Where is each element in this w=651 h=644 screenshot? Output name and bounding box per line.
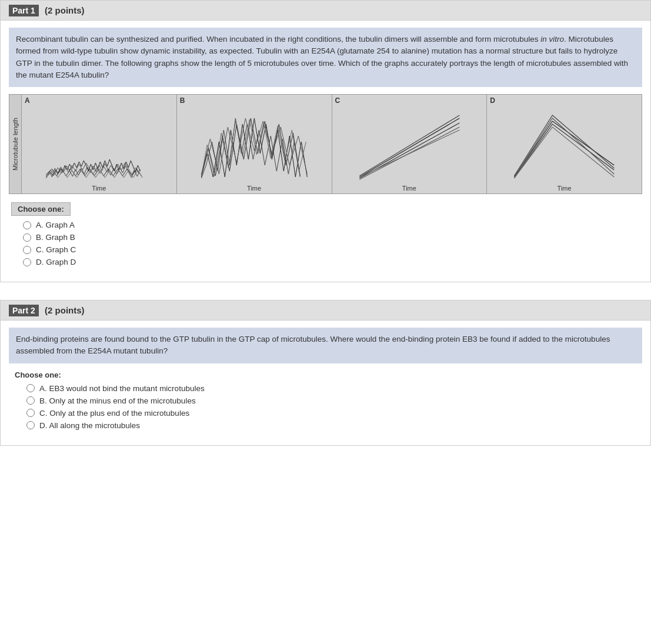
part2-points: (2 points) bbox=[45, 305, 85, 315]
part2-number: Part 2 bbox=[9, 305, 39, 316]
part1-radio-c[interactable] bbox=[23, 246, 31, 254]
graph-b-label: B bbox=[177, 95, 332, 106]
part1-radio-b[interactable] bbox=[23, 233, 31, 242]
part2-option-d[interactable]: D. All along the microtubules bbox=[26, 421, 642, 430]
graph-c-xlabel: Time bbox=[332, 185, 487, 192]
part2-radio-b[interactable] bbox=[26, 396, 35, 405]
part1-options: A. Graph A B. Graph B C. Graph C D. Grap… bbox=[11, 221, 642, 266]
part1-option-d[interactable]: D. Graph D bbox=[23, 258, 642, 266]
graph-d-xlabel: Time bbox=[487, 185, 642, 192]
part1-radio-d[interactable] bbox=[23, 258, 31, 266]
part2-question: End-binding proteins are found bound to … bbox=[16, 335, 610, 355]
part1-label-d: D. Graph D bbox=[36, 258, 76, 266]
graph-d-svg bbox=[487, 106, 642, 183]
part1-header-bar: Part 1 (2 points) bbox=[0, 0, 651, 21]
part2-label-a: A. EB3 would not bind the mutant microtu… bbox=[39, 384, 205, 393]
part1-label-a: A. Graph A bbox=[36, 221, 75, 229]
y-axis-label: Microtubule length bbox=[9, 95, 21, 193]
part2-choose-label: Choose one: bbox=[15, 371, 642, 379]
svg-line-4 bbox=[359, 130, 459, 177]
part2-radio-a[interactable] bbox=[26, 384, 35, 392]
part1-number: Part 1 bbox=[9, 5, 39, 16]
part2-radio-c[interactable] bbox=[26, 409, 35, 417]
graph-a-svg bbox=[22, 106, 176, 183]
part1-radio-a[interactable] bbox=[23, 221, 31, 229]
svg-line-3 bbox=[359, 115, 459, 176]
graph-d-label: D bbox=[487, 95, 642, 106]
part2-option-a[interactable]: A. EB3 would not bind the mutant microtu… bbox=[26, 384, 642, 393]
part2-label-c: C. Only at the plus end of the microtubu… bbox=[39, 409, 189, 418]
part2-label-b: B. Only at the minus end of the microtub… bbox=[39, 396, 196, 405]
graph-c-svg bbox=[332, 106, 487, 183]
graph-a-xlabel: Time bbox=[22, 185, 176, 192]
graph-a: A Time bbox=[21, 95, 176, 193]
graph-b-xlabel: Time bbox=[177, 185, 332, 192]
graph-b-svg bbox=[177, 106, 332, 183]
part1-option-b[interactable]: B. Graph B bbox=[23, 233, 642, 242]
part1-question-text: Recombinant tubulin can be synthesized a… bbox=[9, 28, 642, 87]
graph-a-label: A bbox=[22, 95, 176, 106]
part1-option-c[interactable]: C. Graph C bbox=[23, 245, 642, 254]
part1-label-c: C. Graph C bbox=[36, 245, 76, 254]
part1-choose-label: Choose one: bbox=[11, 202, 71, 216]
graphs-container: Microtubule length A Time B bbox=[9, 94, 642, 194]
part2-section: End-binding proteins are found bound to … bbox=[0, 321, 651, 446]
graph-c-label: C bbox=[332, 95, 487, 106]
svg-line-0 bbox=[359, 118, 459, 177]
part2-question-text: End-binding proteins are found bound to … bbox=[9, 328, 642, 363]
part2-radio-d[interactable] bbox=[26, 421, 35, 429]
part1-section: Recombinant tubulin can be synthesized a… bbox=[0, 21, 651, 282]
part1-option-a[interactable]: A. Graph A bbox=[23, 221, 642, 229]
graph-c: C Time bbox=[332, 95, 487, 193]
part2-option-b[interactable]: B. Only at the minus end of the microtub… bbox=[26, 396, 642, 405]
part1-label-b: B. Graph B bbox=[36, 233, 75, 242]
part1-points: (2 points) bbox=[45, 5, 85, 15]
part2-options: A. EB3 would not bind the mutant microtu… bbox=[15, 384, 642, 430]
part2-label-d: D. All along the microtubules bbox=[39, 421, 140, 430]
part1-question: Recombinant tubulin can be synthesized a… bbox=[16, 35, 628, 79]
graph-d: D Time bbox=[486, 95, 642, 193]
part2-option-c[interactable]: C. Only at the plus end of the microtubu… bbox=[26, 409, 642, 418]
graph-b: B Time bbox=[176, 95, 332, 193]
part2-header-bar: Part 2 (2 points) bbox=[0, 300, 651, 321]
